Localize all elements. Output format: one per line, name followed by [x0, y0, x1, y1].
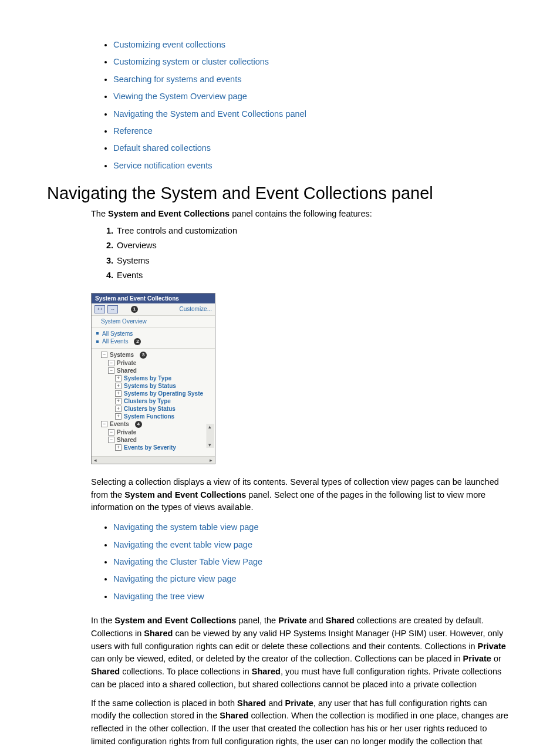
list-item: Navigating the picture view page — [113, 572, 513, 586]
text-bold: Shared — [237, 698, 266, 708]
bullet-icon — [96, 332, 99, 335]
tree-node-systems[interactable]: − Systems 3 — [94, 351, 212, 359]
text: In the — [91, 616, 114, 625]
link[interactable]: Reference — [113, 126, 153, 136]
link[interactable]: Navigating the picture view page — [113, 574, 237, 583]
expand-icon[interactable]: + — [115, 390, 122, 397]
text-bold: Shared — [220, 711, 248, 720]
collapse-icon[interactable]: − — [101, 421, 107, 427]
tree-node-shared[interactable]: − Shared — [94, 436, 212, 444]
text: and — [266, 698, 285, 708]
link[interactable]: Navigating the System and Event Collecti… — [113, 109, 306, 119]
link[interactable]: Default shared collections — [113, 143, 211, 153]
tree-label: All Systems — [102, 330, 133, 337]
tree-node[interactable]: +Systems by Operating Syste — [94, 390, 212, 397]
tree-node[interactable]: +Events by Severity — [94, 444, 212, 451]
text-bold: Shared — [91, 667, 120, 676]
expand-icon[interactable]: + — [115, 398, 122, 404]
link[interactable]: Navigating the event table view page — [113, 540, 252, 549]
tree-node[interactable]: All Events 2 — [96, 337, 210, 346]
expand-icon[interactable]: + — [115, 375, 122, 382]
collapse-all-button[interactable]: -- — [107, 305, 118, 313]
customize-link[interactable]: Customize... — [179, 306, 212, 312]
tree-node-shared[interactable]: − Shared — [94, 367, 212, 374]
collapse-icon[interactable]: − — [108, 360, 114, 366]
tree-node[interactable]: +Clusters by Type — [94, 397, 212, 405]
tree-node[interactable]: +Systems by Status — [94, 382, 212, 390]
list-item: Searching for systems and events — [113, 72, 513, 87]
tree-label: Events — [110, 421, 129, 427]
collections-panel-figure: System and Event Collections ++ -- 1 Cus… — [91, 293, 215, 464]
tree-node-events[interactable]: − Events 4 — [94, 420, 212, 428]
horizontal-scrollbar[interactable]: ◂▸ — [92, 456, 215, 464]
tree-label: System Functions — [124, 413, 174, 420]
list-item: 3.Systems — [103, 254, 513, 267]
list-item: Navigating the System and Event Collecti… — [113, 107, 513, 121]
tree-node[interactable]: +Clusters by Status — [94, 405, 212, 413]
link[interactable]: Service notification events — [113, 161, 212, 170]
vertical-scrollbar[interactable] — [207, 424, 214, 448]
text: panel, the — [236, 616, 278, 625]
text-bold: System and Event Collections — [114, 616, 236, 625]
text-bold: Private — [463, 654, 491, 663]
link[interactable]: Searching for systems and events — [113, 75, 241, 84]
view-link-list: Navigating the system table view page Na… — [91, 520, 513, 604]
collapse-icon[interactable]: − — [108, 437, 114, 443]
overview-section: System Overview — [92, 316, 215, 328]
text-bold: Shared — [252, 667, 281, 676]
collapse-icon[interactable]: − — [108, 429, 114, 436]
expand-all-button[interactable]: ++ — [95, 305, 105, 313]
collapse-icon[interactable]: − — [108, 367, 114, 374]
text-bold: Private — [478, 642, 506, 651]
body-paragraph: Selecting a collection displays a view o… — [91, 476, 513, 514]
panel-toolbar: ++ -- 1 Customize... — [92, 303, 215, 316]
text-bold: Shared — [144, 629, 173, 638]
tree-node[interactable]: +System Functions — [94, 413, 212, 420]
expand-icon[interactable]: + — [115, 444, 122, 451]
list-item: Navigating the Cluster Table View Page — [113, 555, 513, 569]
list-item: 1.Tree controls and customization — [103, 224, 513, 237]
text: If the same collection is placed in both — [91, 698, 237, 708]
callout-3-icon: 3 — [140, 352, 147, 359]
text: can only be viewed, edited, or deleted b… — [91, 654, 463, 663]
tree-label: All Events — [102, 338, 128, 345]
text-bold: Shared — [326, 616, 355, 625]
tree-node[interactable]: All Systems — [96, 330, 210, 337]
text-bold: Private — [285, 698, 313, 708]
callout-4-icon: 4 — [135, 421, 142, 428]
callout-2-icon: 2 — [134, 338, 141, 345]
list-item: Customizing event collections — [113, 38, 513, 52]
text: collections. To place collections in — [120, 667, 252, 676]
tree-label: Private — [117, 429, 136, 436]
text: Systems — [117, 256, 150, 265]
expand-icon[interactable]: + — [115, 406, 122, 412]
body-paragraph: If the same collection is placed in both… — [91, 697, 513, 747]
tree-label: Systems by Status — [124, 383, 176, 389]
link[interactable]: Navigating the system table view page — [113, 522, 258, 532]
tree-node-private[interactable]: − Private — [94, 359, 212, 367]
system-overview-link[interactable]: System Overview — [96, 318, 147, 325]
callout-1-icon: 1 — [131, 306, 138, 313]
list-item: Viewing the System Overview page — [113, 89, 513, 104]
expand-icon[interactable]: + — [115, 383, 122, 389]
tree-node-private[interactable]: − Private — [94, 428, 212, 436]
text: and — [307, 616, 326, 625]
top-link-list: Customizing event collections Customizin… — [91, 38, 513, 173]
list-item: 4.Events — [103, 269, 513, 282]
tree-label: Clusters by Status — [124, 406, 176, 412]
link[interactable]: Navigating the tree view — [113, 592, 204, 601]
collapse-icon[interactable]: − — [101, 352, 107, 358]
list-item: Navigating the tree view — [113, 589, 513, 604]
list-item: Navigating the event table view page — [113, 538, 513, 552]
link[interactable]: Customizing system or cluster collection… — [113, 57, 269, 66]
text: The — [91, 209, 108, 218]
list-item: Default shared collections — [113, 141, 513, 156]
link[interactable]: Viewing the System Overview page — [113, 92, 247, 101]
link[interactable]: Navigating the Cluster Table View Page — [113, 557, 262, 566]
expand-icon[interactable]: + — [115, 413, 122, 420]
tree-node[interactable]: +Systems by Type — [94, 374, 212, 382]
tree-label: Shared — [117, 367, 137, 374]
text-bold: System and Event Collections — [124, 490, 246, 499]
link[interactable]: Customizing event collections — [113, 40, 225, 49]
intro-paragraph: The System and Event Collections panel c… — [91, 209, 513, 218]
